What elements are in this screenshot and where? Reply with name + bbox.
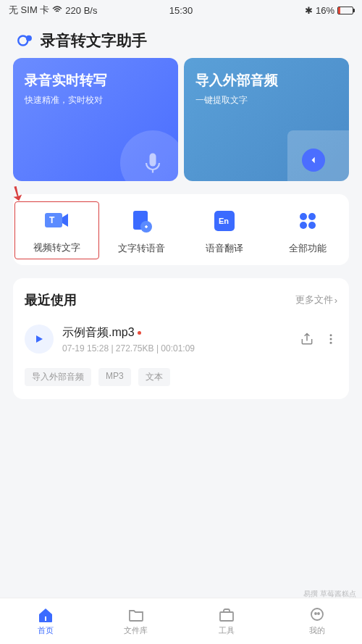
nav-label: 首页 [38, 625, 54, 636]
hero-title: 录音实时转写 [25, 71, 167, 90]
svg-point-14 [330, 338, 332, 340]
file-tags: 导入外部音频 MP3 文本 [25, 368, 337, 386]
svg-point-9 [300, 213, 307, 220]
feature-label: 视频转文字 [33, 241, 80, 254]
hero-subtitle: 一键提取文字 [195, 94, 337, 106]
hero-cards: 录音实时转写 快速精准，实时校对 导入外部音频 一键提取文字 [0, 58, 362, 181]
share-icon[interactable] [300, 332, 314, 346]
file-meta: 07-19 15:28 | 272.75KB | 00:01:09 [62, 343, 291, 354]
feature-video-to-text[interactable]: T 视频转文字 [14, 201, 99, 259]
text-speech-icon [127, 206, 157, 236]
status-bar: 无 SIM 卡 220 B/s 15:30 ✱ 16% [0, 0, 362, 20]
app-header: 录音转文字助手 [0, 20, 362, 58]
chevron-right-icon: › [334, 295, 337, 306]
play-icon [34, 334, 44, 344]
nav-files[interactable]: 文件库 [90, 598, 181, 644]
svg-point-1 [26, 35, 32, 41]
microphone-icon [120, 130, 178, 181]
svg-point-11 [300, 222, 307, 229]
recent-section: 最近使用 更多文件 › 示例音频.mp3 07-19 15:28 | 272.7… [13, 278, 349, 399]
nav-label: 工具 [219, 625, 235, 636]
tag[interactable]: 文本 [138, 368, 170, 386]
svg-rect-16 [45, 616, 46, 621]
hero-import-audio[interactable]: 导入外部音频 一键提取文字 [184, 58, 349, 181]
feature-text-to-speech[interactable]: 文字转语音 [101, 203, 184, 258]
sim-status: 无 SIM 卡 [9, 4, 49, 17]
bottom-nav: 首页 文件库 工具 我的 [0, 598, 362, 644]
bluetooth-icon: ✱ [305, 5, 313, 16]
user-icon [308, 606, 326, 624]
svg-point-18 [311, 609, 323, 620]
app-title: 录音转文字助手 [41, 30, 147, 51]
video-text-icon: T [41, 205, 72, 235]
svg-point-19 [315, 613, 316, 614]
hero-subtitle: 快速精准，实时校对 [25, 94, 167, 106]
svg-text:En: En [219, 217, 229, 225]
clock: 15:30 [169, 5, 193, 16]
home-icon [37, 606, 54, 624]
svg-point-15 [330, 342, 332, 344]
grid-icon [292, 206, 323, 236]
battery-percent: 16% [316, 5, 334, 16]
nav-label: 文件库 [124, 625, 148, 636]
file-row[interactable]: 示例音频.mp3 07-19 15:28 | 272.75KB | 00:01:… [25, 320, 337, 364]
feature-row: T 视频转文字 文字转语音 En 语音翻译 全部功能 [13, 194, 349, 265]
feature-label: 语音翻译 [206, 242, 243, 255]
tag[interactable]: MP3 [98, 368, 131, 386]
nav-home[interactable]: 首页 [0, 598, 90, 644]
network-speed: 220 B/s [65, 5, 97, 16]
feature-voice-translate[interactable]: En 语音翻译 [183, 203, 266, 258]
file-name: 示例音频.mp3 [62, 325, 135, 340]
translate-icon: En [209, 206, 240, 236]
svg-point-13 [330, 334, 332, 336]
app-logo-icon [16, 31, 35, 50]
new-indicator-icon [138, 331, 141, 335]
tag[interactable]: 导入外部音频 [25, 368, 91, 386]
feature-all[interactable]: 全部功能 [266, 203, 350, 258]
recent-title: 最近使用 [25, 291, 77, 309]
folder-icon [127, 606, 145, 624]
feature-label: 全部功能 [289, 242, 327, 255]
briefcase-icon [218, 606, 235, 624]
play-button[interactable] [25, 325, 54, 354]
nav-tools[interactable]: 工具 [181, 598, 272, 644]
nav-profile[interactable]: 我的 [272, 598, 362, 644]
more-icon[interactable] [324, 333, 337, 346]
svg-point-20 [318, 613, 319, 614]
more-files-label: 更多文件 [295, 293, 333, 306]
hero-realtime-transcribe[interactable]: 录音实时转写 快速精准，实时校对 [13, 58, 178, 181]
more-files-link[interactable]: 更多文件 › [295, 293, 337, 306]
svg-point-12 [308, 222, 316, 229]
hero-title: 导入外部音频 [195, 71, 337, 90]
feature-label: 文字转语音 [118, 242, 165, 255]
svg-rect-17 [220, 612, 233, 621]
svg-text:T: T [49, 215, 55, 225]
svg-point-10 [308, 213, 316, 220]
wifi-icon [52, 6, 62, 14]
folder-icon [287, 130, 349, 181]
battery-icon [337, 7, 353, 14]
nav-label: 我的 [309, 625, 325, 636]
svg-rect-2 [150, 154, 156, 167]
